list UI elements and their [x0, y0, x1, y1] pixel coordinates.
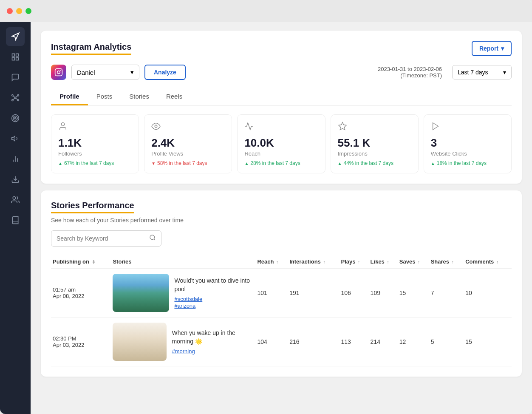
- interactions-1: 191: [288, 269, 339, 318]
- svg-line-11: [13, 96, 15, 97]
- impressions-stat: 55.1 K Impressions 44% in the last 7 day…: [331, 114, 419, 173]
- svg-point-22: [13, 197, 16, 200]
- analyze-button[interactable]: Analyze: [144, 65, 186, 80]
- down-arrow-icon: [151, 160, 156, 166]
- svg-point-14: [12, 115, 19, 122]
- card-header: Instagram Analytics Report ▾: [51, 41, 512, 56]
- website-clicks-icon: [431, 122, 504, 133]
- download-icon[interactable]: [6, 170, 25, 189]
- svg-point-9: [12, 99, 13, 101]
- close-button[interactable]: [7, 8, 13, 14]
- col-saves[interactable]: Saves ↑: [398, 255, 429, 269]
- svg-line-13: [13, 98, 15, 100]
- website-clicks-stat: 3 Website Clicks 18% in the last 7 days: [424, 114, 512, 173]
- shares-2: 5: [429, 318, 464, 366]
- svg-marker-17: [12, 136, 15, 141]
- svg-rect-1: [12, 54, 15, 57]
- megaphone-icon[interactable]: [6, 129, 25, 148]
- col-likes[interactable]: Likes ↑: [369, 255, 398, 269]
- story-hashtag-2a[interactable]: #morning: [172, 348, 195, 354]
- tab-profile[interactable]: Profile: [51, 88, 88, 105]
- up-arrow-icon2: [244, 160, 249, 166]
- search-input[interactable]: [57, 235, 146, 242]
- profile-views-label: Profile Views: [151, 150, 225, 157]
- col-interactions[interactable]: Interactions ↑: [288, 255, 339, 269]
- sort-icon5: ↑: [387, 260, 389, 264]
- svg-rect-3: [12, 58, 15, 60]
- svg-marker-28: [338, 122, 346, 130]
- tab-stories[interactable]: Stories: [121, 88, 158, 105]
- reach-2: 104: [255, 318, 288, 366]
- pub-time-2: 02:30 PM: [53, 335, 109, 342]
- stats-grid: 1.1K Followers 67% in the last 7 days 2.…: [51, 114, 512, 173]
- tab-posts[interactable]: Posts: [88, 88, 121, 105]
- comments-2: 15: [464, 318, 512, 366]
- sort-icon6: ↑: [418, 260, 420, 264]
- publish-datetime-2: 02:30 PM Apr 03, 2022: [51, 318, 111, 366]
- svg-rect-23: [55, 69, 62, 76]
- maximize-button[interactable]: [25, 8, 31, 14]
- col-plays[interactable]: Plays ↑: [339, 255, 368, 269]
- followers-change: 67% in the last 7 days: [58, 160, 132, 166]
- pub-time-1: 01:57 am: [53, 286, 109, 293]
- network-icon[interactable]: [6, 88, 25, 107]
- period-arrow-icon: ▾: [503, 69, 506, 76]
- account-dropdown[interactable]: Daniel ▾: [71, 65, 139, 80]
- users-icon[interactable]: [6, 190, 25, 209]
- main-content: Instagram Analytics Report ▾ Daniel ▾ An…: [31, 22, 532, 414]
- story-content-1: Would't you want to dive into pool #scot…: [111, 269, 255, 318]
- impressions-label: Impressions: [338, 150, 411, 157]
- impressions-value: 55.1 K: [338, 136, 411, 150]
- col-shares[interactable]: Shares ↑: [429, 255, 464, 269]
- tabs: Profile Posts Stories Reels: [51, 88, 512, 106]
- table-row: 01:57 am Apr 08, 2022 Would't you want: [51, 269, 512, 318]
- up-arrow-icon3: [338, 160, 342, 166]
- account-name: Daniel: [77, 69, 95, 76]
- col-comments[interactable]: Comments ↑: [464, 255, 512, 269]
- analytics-icon[interactable]: [6, 150, 25, 168]
- stories-table: Publishing on ⇕ Stories Reach ↑ Interact…: [51, 255, 512, 366]
- sort-icon7: ↑: [452, 260, 454, 264]
- followers-value: 1.1K: [58, 136, 132, 150]
- svg-point-6: [17, 95, 19, 96]
- impressions-pct: 44% in the last 7 days: [344, 160, 393, 166]
- profile-views-icon: [151, 122, 225, 133]
- likes-1: 109: [369, 269, 398, 318]
- svg-marker-0: [12, 33, 19, 40]
- stories-performance-subtitle: See how each of your Stories performed o…: [51, 217, 512, 224]
- account-row: Daniel ▾ Analyze 2023-01-31 to 2023-02-0…: [51, 65, 512, 80]
- impressions-change: 44% in the last 7 days: [338, 160, 411, 166]
- svg-point-26: [61, 123, 64, 126]
- website-clicks-label: Website Clicks: [431, 150, 504, 157]
- interactions-2: 216: [288, 318, 339, 366]
- reach-label: Reach: [244, 150, 318, 157]
- sort-icon8: ↑: [496, 260, 498, 264]
- svg-point-8: [17, 99, 19, 101]
- report-label: Report: [479, 45, 498, 52]
- website-clicks-pct: 18% in the last 7 days: [437, 160, 487, 166]
- col-reach[interactable]: Reach ↑: [255, 255, 288, 269]
- story-hashtag-1a[interactable]: #scottsdale: [174, 296, 202, 302]
- story-thumbnail-1: [113, 274, 169, 312]
- library-icon[interactable]: [6, 211, 25, 230]
- tab-reels[interactable]: Reels: [158, 88, 191, 105]
- col-publishing-on[interactable]: Publishing on ⇕: [51, 255, 111, 269]
- target-icon[interactable]: [6, 109, 25, 128]
- story-hashtag-1b[interactable]: #arizona: [174, 303, 195, 309]
- up-arrow-icon4: [431, 160, 435, 166]
- col-stories: Stories: [111, 255, 255, 269]
- search-box[interactable]: [51, 230, 161, 247]
- sort-icon4: ↑: [358, 260, 360, 264]
- sort-icon2: ↑: [276, 260, 278, 264]
- period-dropdown[interactable]: Last 7 days ▾: [452, 65, 512, 79]
- dashboard-icon[interactable]: [6, 48, 25, 66]
- reach-value: 10.0K: [244, 136, 318, 150]
- report-button[interactable]: Report ▾: [472, 41, 512, 56]
- svg-rect-4: [16, 58, 19, 60]
- messages-icon[interactable]: [6, 68, 25, 87]
- navigation-icon[interactable]: [6, 27, 25, 46]
- saves-2: 12: [398, 318, 429, 366]
- svg-point-29: [150, 235, 155, 240]
- reach-stat: 10.0K Reach 28% in the last 7 days: [237, 114, 325, 173]
- minimize-button[interactable]: [16, 8, 22, 14]
